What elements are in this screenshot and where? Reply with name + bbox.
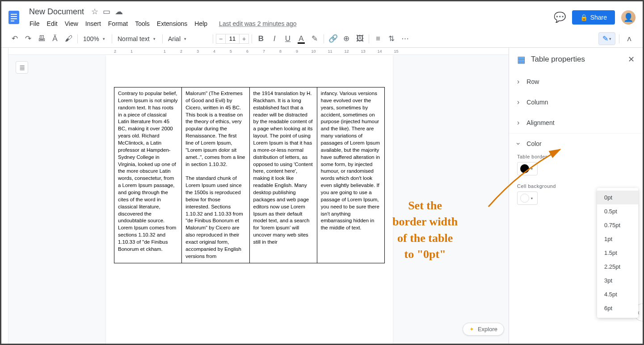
- align-button[interactable]: ≡: [372, 33, 384, 45]
- underline-button[interactable]: U: [282, 33, 294, 45]
- svg-rect-0: [8, 11, 19, 24]
- border-color-picker[interactable]: [517, 162, 538, 175]
- table-cell[interactable]: Malorum" (The Extremes of Good and Evil)…: [182, 87, 249, 263]
- insert-image-button[interactable]: 🖼: [354, 33, 366, 45]
- border-width-option[interactable]: 3pt: [597, 274, 638, 287]
- outline-toggle-button[interactable]: ≣: [16, 61, 28, 74]
- chevron-right-icon: ›: [517, 119, 519, 127]
- editing-mode-button[interactable]: ✎▾: [598, 32, 615, 45]
- sidebar-close-button[interactable]: ✕: [628, 54, 635, 64]
- lock-icon: 🔒: [580, 14, 588, 21]
- share-label: Share: [590, 14, 607, 21]
- border-width-option[interactable]: 4.5pt: [597, 287, 638, 301]
- table-border-label: Table border: [517, 154, 635, 159]
- document-area: 21123456789101112131415 ≣ Contrary to po…: [1, 48, 509, 344]
- svg-rect-3: [11, 18, 17, 19]
- font-size-increase[interactable]: +: [239, 34, 249, 44]
- cell-background-picker[interactable]: [517, 191, 538, 205]
- italic-button[interactable]: I: [268, 33, 281, 45]
- paint-format-button[interactable]: 🖌: [62, 33, 75, 45]
- share-button[interactable]: 🔒 Share: [572, 10, 615, 25]
- table-cell[interactable]: infancy. Various versions have evolved o…: [317, 87, 384, 263]
- horizontal-ruler[interactable]: 21123456789101112131415: [1, 48, 509, 55]
- line-spacing-button[interactable]: ⇅: [385, 33, 398, 45]
- document-table[interactable]: Contrary to popular belief, Lorem Ipsum …: [114, 87, 385, 263]
- user-avatar[interactable]: 👤: [621, 10, 636, 25]
- border-width-option[interactable]: 1.5pt: [597, 246, 638, 260]
- last-edit-label[interactable]: Last edit was 2 minutes ago: [216, 18, 300, 29]
- bold-button[interactable]: B: [255, 33, 267, 45]
- table-cell[interactable]: the 1914 translation by H. Rackham. It i…: [249, 87, 317, 263]
- table-properties-sidebar: ▦ Table properties ✕ › Row › Column › Al…: [509, 48, 643, 344]
- section-column[interactable]: › Column: [509, 92, 643, 112]
- chevron-down-icon: ›: [514, 142, 522, 145]
- spellcheck-button[interactable]: Ă: [49, 33, 61, 45]
- table-row[interactable]: Contrary to popular belief, Lorem Ipsum …: [114, 87, 385, 263]
- paragraph-style-select[interactable]: Normal text: [115, 33, 160, 44]
- redo-button[interactable]: ↷: [22, 33, 34, 45]
- border-width-option[interactable]: 0pt: [597, 191, 638, 204]
- explore-button[interactable]: ✦ Explore: [463, 323, 504, 336]
- border-width-option[interactable]: 0.5pt: [597, 204, 638, 218]
- text-color-button[interactable]: A: [295, 33, 307, 45]
- border-width-option[interactable]: 6pt: [597, 301, 638, 315]
- section-color[interactable]: › Color: [509, 133, 643, 154]
- section-alignment[interactable]: › Alignment: [509, 112, 643, 133]
- explore-label: Explore: [478, 326, 497, 333]
- font-size-input[interactable]: [226, 34, 239, 44]
- menu-edit[interactable]: Edit: [44, 18, 61, 29]
- menu-format[interactable]: Format: [105, 18, 131, 29]
- toolbar: ↶ ↷ 🖶 Ă 🖌 100% Normal text Arial − + B I…: [1, 30, 643, 48]
- explore-icon: ✦: [469, 326, 474, 333]
- document-page[interactable]: Contrary to popular belief, Lorem Ipsum …: [106, 55, 393, 344]
- border-width-option[interactable]: 0.75pt: [597, 218, 638, 232]
- menu-extensions[interactable]: Extensions: [154, 18, 190, 29]
- chevron-right-icon: ›: [517, 98, 519, 106]
- table-icon: ▦: [517, 54, 526, 65]
- menu-tools[interactable]: Tools: [132, 18, 153, 29]
- highlight-button[interactable]: ✎: [308, 33, 321, 45]
- comments-icon[interactable]: 💬: [554, 12, 566, 23]
- insert-comment-button[interactable]: ⊕: [340, 33, 353, 45]
- move-icon[interactable]: ▭: [103, 7, 110, 17]
- svg-rect-2: [11, 16, 17, 17]
- document-title[interactable]: New Document: [26, 6, 87, 17]
- star-icon[interactable]: ☆: [91, 7, 98, 17]
- svg-rect-4: [11, 21, 14, 21]
- docs-logo[interactable]: [5, 8, 23, 26]
- sidebar-title: Table properties: [531, 55, 623, 64]
- border-width-option[interactable]: 2.25pt: [597, 260, 638, 274]
- zoom-select[interactable]: 100%: [80, 33, 109, 44]
- menu-bar: File Edit View Insert Format Tools Exten…: [26, 18, 554, 29]
- border-width-dropdown: 0pt0.5pt0.75pt1pt1.5pt2.25pt3pt4.5pt6pt: [597, 188, 638, 318]
- chevron-right-icon: ›: [517, 78, 519, 86]
- table-cell[interactable]: Contrary to popular belief, Lorem Ipsum …: [114, 87, 182, 263]
- menu-file[interactable]: File: [26, 18, 43, 29]
- menu-help[interactable]: Help: [191, 18, 210, 29]
- svg-rect-1: [11, 14, 17, 15]
- font-size-decrease[interactable]: −: [216, 34, 226, 44]
- font-select[interactable]: Arial: [165, 33, 210, 44]
- menu-insert[interactable]: Insert: [82, 18, 104, 29]
- insert-link-button[interactable]: 🔗: [327, 33, 339, 45]
- section-row[interactable]: › Row: [509, 71, 643, 92]
- vertical-ruler[interactable]: [1, 48, 8, 344]
- cloud-icon[interactable]: ☁: [115, 7, 123, 17]
- hide-menus-button[interactable]: ʌ: [623, 33, 636, 45]
- undo-button[interactable]: ↶: [8, 33, 21, 45]
- more-button[interactable]: ⋯: [399, 33, 411, 45]
- print-button[interactable]: 🖶: [35, 33, 48, 45]
- menu-view[interactable]: View: [62, 18, 81, 29]
- border-width-option[interactable]: 1pt: [597, 232, 638, 246]
